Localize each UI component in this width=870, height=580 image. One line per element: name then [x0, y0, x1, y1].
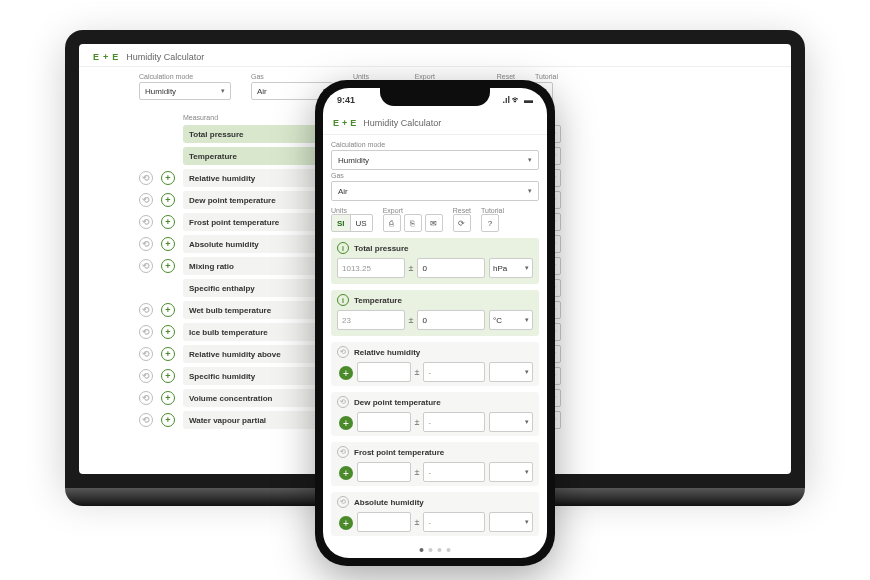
unit-select[interactable]: ▾ [489, 362, 533, 382]
add-icon[interactable]: + [161, 391, 175, 405]
add-button[interactable]: + [339, 516, 353, 530]
plus-minus-label: ± [409, 263, 414, 273]
toggle-icon[interactable]: ⟲ [139, 303, 153, 317]
measurand-name: Relative humidity [183, 169, 333, 187]
input-card: iTemperature23±0°C▾ [331, 290, 539, 336]
info-icon[interactable]: i [337, 294, 349, 306]
value-input[interactable] [357, 412, 411, 432]
export-copy-icon[interactable]: ⎘ [404, 214, 422, 232]
brand-logo-plus: + [103, 52, 108, 62]
add-icon[interactable]: + [161, 215, 175, 229]
toggle-icon[interactable]: ⟲ [139, 171, 153, 185]
toggle-icon[interactable]: ⟲ [337, 396, 349, 408]
phone-notch [380, 88, 490, 106]
toggle-icon[interactable]: ⟲ [139, 325, 153, 339]
measurand-name: Relative humidity [354, 348, 420, 357]
accuracy-input[interactable]: - [423, 412, 485, 432]
unit-select[interactable]: ▾ [489, 412, 533, 432]
plus-minus-label: ± [415, 517, 420, 527]
add-icon[interactable]: + [161, 237, 175, 251]
add-icon[interactable]: + [161, 347, 175, 361]
export-doc-icon[interactable]: ⎙ [383, 214, 401, 232]
unit-select[interactable]: ▾ [489, 462, 533, 482]
value-input[interactable] [357, 512, 411, 532]
p-gas-label: Gas [331, 172, 539, 179]
toggle-icon[interactable]: ⟲ [139, 193, 153, 207]
measurand-name: Temperature [183, 147, 333, 165]
add-button[interactable]: + [339, 416, 353, 430]
calc-mode-select[interactable]: Humidity▾ [139, 82, 231, 100]
toggle-icon[interactable]: ⟲ [139, 413, 153, 427]
column-measurand: Measurand [183, 114, 333, 121]
measurand-name: Mixing ratio [183, 257, 333, 275]
brand-logo-e2: E [112, 52, 118, 62]
measurand-name: Temperature [354, 296, 402, 305]
accuracy-input[interactable]: - [423, 362, 485, 382]
accuracy-input[interactable]: 0 [417, 310, 485, 330]
measurand-name: Dew point temperature [183, 191, 333, 209]
export-mail-icon[interactable]: ✉ [425, 214, 443, 232]
output-card: ⟲Frost point temperature+±-▾ [331, 442, 539, 486]
input-card: iTotal pressure1013.25±0hPa▾ [331, 238, 539, 284]
gas-label: Gas [251, 73, 333, 80]
toggle-icon[interactable]: ⟲ [139, 391, 153, 405]
value-input[interactable] [357, 462, 411, 482]
plus-minus-label: ± [409, 315, 414, 325]
add-button[interactable]: + [339, 466, 353, 480]
p-units-segmented[interactable]: SIUS [331, 214, 373, 232]
add-icon[interactable]: + [161, 413, 175, 427]
toggle-icon[interactable]: ⟲ [337, 346, 349, 358]
toggle-icon[interactable]: ⟲ [139, 237, 153, 251]
output-card: ⟲Absolute humidity+±-▾ [331, 492, 539, 536]
measurand-name: Specific enthalpy [183, 279, 333, 297]
brand-logo-e: E [93, 52, 99, 62]
tutorial-button[interactable]: ? [481, 214, 499, 232]
measurand-name: Ice bulb temperature [183, 323, 333, 341]
add-icon[interactable]: + [161, 259, 175, 273]
value-input[interactable] [357, 362, 411, 382]
reset-button[interactable]: ⟳ [453, 214, 471, 232]
status-time: 9:41 [337, 95, 355, 105]
phone-device: 9:41 .ıl ᯤ ▬ E + E Humidity Calculator C… [315, 80, 555, 566]
toggle-icon[interactable]: ⟲ [337, 446, 349, 458]
toggle-icon[interactable]: ⟲ [139, 259, 153, 273]
add-icon[interactable]: + [161, 325, 175, 339]
output-card: ⟲Dew point temperature+±-▾ [331, 392, 539, 436]
accuracy-input[interactable]: - [423, 512, 485, 532]
measurand-name: Volume concentration [183, 389, 333, 407]
chevron-down-icon: ▾ [528, 156, 532, 164]
p-calc-mode-select[interactable]: Humidity▾ [331, 150, 539, 170]
add-icon[interactable]: + [161, 171, 175, 185]
add-icon[interactable]: + [161, 369, 175, 383]
toggle-icon[interactable]: ⟲ [139, 347, 153, 361]
measurand-name: Total pressure [354, 244, 409, 253]
unit-select[interactable]: °C▾ [489, 310, 533, 330]
measurand-name: Frost point temperature [354, 448, 444, 457]
toggle-icon[interactable]: ⟲ [139, 369, 153, 383]
app-title: Humidity Calculator [126, 52, 204, 62]
plus-minus-label: ± [415, 467, 420, 477]
plus-minus-label: ± [415, 417, 420, 427]
value-input[interactable]: 1013.25 [337, 258, 405, 278]
reset-label: Reset [497, 73, 515, 80]
add-icon[interactable]: + [161, 303, 175, 317]
measurand-name: Dew point temperature [354, 398, 441, 407]
accuracy-input[interactable]: - [423, 462, 485, 482]
measurand-name: Water vapour partial [183, 411, 333, 429]
output-card: ⟲Relative humidity+±-▾ [331, 342, 539, 386]
value-input[interactable]: 23 [337, 310, 405, 330]
toggle-icon[interactable]: ⟲ [139, 215, 153, 229]
add-button[interactable]: + [339, 366, 353, 380]
unit-select[interactable]: ▾ [489, 512, 533, 532]
p-gas-select[interactable]: Air▾ [331, 181, 539, 201]
unit-select[interactable]: hPa▾ [489, 258, 533, 278]
add-icon[interactable]: + [161, 193, 175, 207]
tutorial-label: Tutorial [535, 73, 558, 80]
measurand-name: Total pressure [183, 125, 333, 143]
accuracy-input[interactable]: 0 [417, 258, 485, 278]
measurand-name: Relative humidity above [183, 345, 333, 363]
toggle-icon[interactable]: ⟲ [337, 496, 349, 508]
info-icon[interactable]: i [337, 242, 349, 254]
calc-mode-label: Calculation mode [139, 73, 231, 80]
measurand-name: Absolute humidity [183, 235, 333, 253]
